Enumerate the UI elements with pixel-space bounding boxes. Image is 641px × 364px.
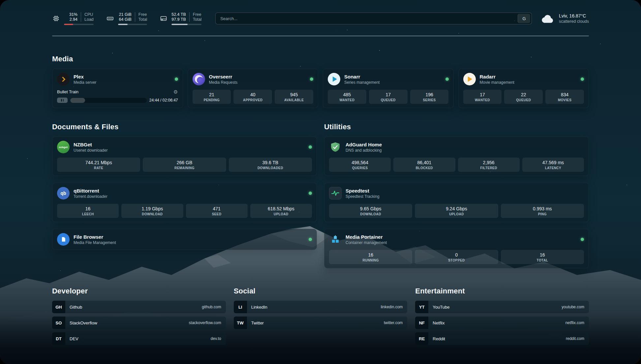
- play-arrow-icon: [468, 76, 472, 82]
- overseerr-icon[interactable]: [193, 73, 205, 85]
- bookmark-netflix[interactable]: NF Netflix netflix.com: [415, 317, 589, 329]
- radarr-card[interactable]: Radarr Movie management 17 WANTED 22 QUE…: [458, 69, 589, 108]
- stat-value: 0.993 ms: [502, 206, 583, 211]
- app-name: Sonarr: [344, 74, 380, 79]
- bookmark-name: StackOverflow: [65, 320, 97, 325]
- bookmarks-section: Developer GH Github github.com SO StackO…: [52, 287, 589, 345]
- stat-filtered: 2,956 FILTERED: [458, 158, 520, 172]
- stat-value: 22: [505, 92, 541, 97]
- system-widgets: 31% CPU 2.94 Load 21 G: [52, 12, 201, 25]
- qbittorrent-icon-text: qb: [60, 191, 66, 196]
- portainer-icon[interactable]: [329, 233, 342, 246]
- status-dot: [445, 77, 449, 81]
- stat-upload: 618.52 Mbps UPLOAD: [250, 204, 312, 218]
- speedtest-titles: Speedtest Speedtest Tracking: [346, 188, 380, 199]
- filebrowser-card[interactable]: File Browser Media File Management: [52, 229, 317, 250]
- radarr-icon[interactable]: [463, 73, 476, 85]
- portainer-titles: Media Portainer Container management: [346, 234, 387, 245]
- pause-button[interactable]: [57, 98, 68, 103]
- stat-value: 945: [276, 92, 312, 97]
- ram-progress-fill: [118, 24, 128, 25]
- stat-label: FILTERED: [459, 166, 518, 170]
- bookmark-dev[interactable]: DT DEV dev.to: [52, 332, 226, 345]
- search-engine-button[interactable]: G: [518, 14, 530, 23]
- ram-progress-bar: [118, 24, 147, 25]
- gear-icon[interactable]: ⚙: [173, 89, 178, 94]
- app-subtitle: Usenet downloader: [74, 148, 107, 153]
- plex-chevron-icon: [60, 76, 65, 82]
- adguard-card[interactable]: AdGuard Home DNS and adblocking 498,564 …: [324, 136, 589, 176]
- cpu-percent: 31%: [64, 12, 81, 17]
- disk-widget: 52.4 TB Free 97.9 TB Total: [160, 12, 201, 25]
- nzbget-card[interactable]: nzbget NZBGet Usenet downloader 744.21 M…: [52, 136, 317, 176]
- plex-card[interactable]: Plex Media server Bullet Train ⚙ 24:44 /…: [52, 69, 183, 108]
- sonarr-icon[interactable]: [328, 73, 340, 85]
- portainer-card[interactable]: Media Portainer Container management 16 …: [324, 229, 589, 268]
- stat-label: REMAINING: [144, 166, 225, 170]
- qbittorrent-icon[interactable]: qb: [57, 187, 70, 199]
- bookmark-name: LinkedIn: [247, 305, 267, 310]
- cpu-load-label: Load: [81, 17, 94, 22]
- stat-label: STOPPED: [416, 258, 497, 262]
- bookmark-twitter[interactable]: TW Twitter twitter.com: [234, 317, 408, 329]
- stat-queries: 498,564 QUERIES: [329, 158, 391, 172]
- stat-queued: 22 QUEUED: [504, 90, 543, 104]
- adguard-titles: AdGuard Home DNS and adblocking: [346, 142, 382, 153]
- qbittorrent-card[interactable]: qb qBittorrent Torrent downloader 16: [52, 183, 317, 222]
- bookmark-youtube[interactable]: YT YouTube youtube.com: [415, 301, 589, 313]
- speedtest-card[interactable]: Speedtest Speedtest Tracking 9.65 Gbps D…: [324, 183, 589, 222]
- stat-label: DOWNLOAD: [123, 212, 182, 216]
- bookmark-url: linkedin.com: [381, 305, 408, 309]
- playback-time: 24:44 / 02:06:47: [149, 98, 178, 103]
- app-name: Speedtest: [346, 188, 380, 194]
- bookmark-stackoverflow[interactable]: SO StackOverflow stackoverflow.com: [52, 317, 226, 329]
- stat-value: 39.6 TB: [230, 160, 311, 165]
- top-bar: 31% CPU 2.94 Load 21 G: [52, 9, 589, 28]
- disk-progress-fill: [171, 24, 188, 25]
- app-subtitle: Torrent downloader: [74, 194, 107, 199]
- speedtest-icon[interactable]: [329, 187, 342, 199]
- page-content: 31% CPU 2.94 Load 21 G: [0, 0, 641, 364]
- ram-widget: 21 GiB Free 64 GiB Total: [106, 12, 147, 25]
- disk-total: 97.9 TB: [171, 17, 190, 22]
- stat-movies: 834 MOVIES: [545, 90, 584, 104]
- sonarr-card[interactable]: Sonarr Series management 485 WANTED 17 Q…: [323, 69, 454, 108]
- stat-total: 16 TOTAL: [501, 250, 584, 264]
- bookmark-url: github.com: [202, 305, 226, 309]
- radarr-titles: Radarr Movie management: [480, 74, 514, 85]
- stat-wanted: 17 WANTED: [463, 90, 502, 104]
- stat-label: WANTED: [329, 98, 365, 102]
- sonarr-titles: Sonarr Series management: [344, 74, 380, 85]
- stat-label: WANTED: [465, 98, 501, 102]
- sonarr-stats: 485 WANTED 17 QUEUED 196 SERIES: [328, 90, 449, 104]
- playback-progress-fill: [70, 98, 85, 103]
- stat-value: 744.21 Mbps: [58, 160, 139, 165]
- app-name: File Browser: [74, 234, 116, 240]
- speedtest-stats: 9.65 Gbps DOWNLOAD 9.24 Gbps UPLOAD 0.99…: [329, 204, 584, 218]
- stat-available: 945 AVAILABLE: [275, 90, 313, 104]
- social-links: LI LinkedIn linkedin.com TW Twitter twit…: [234, 301, 408, 329]
- search-input[interactable]: [216, 13, 518, 24]
- nzbget-icon[interactable]: nzbget: [57, 141, 70, 153]
- stat-label: SERIES: [412, 98, 447, 102]
- bookmark-url: reddit.com: [566, 336, 589, 341]
- bookmark-github[interactable]: GH Github github.com: [52, 301, 226, 313]
- weather-condition: scattered clouds: [559, 19, 589, 24]
- adguard-icon[interactable]: [329, 141, 342, 153]
- cpu-load: 2.94: [64, 17, 81, 22]
- middle-columns: Documents & Files nzbget NZBGet Usenet d…: [52, 123, 589, 268]
- overseerr-card[interactable]: Overseerr Media Requests 21 PENDING 40 A…: [188, 69, 319, 108]
- bookmark-reddit[interactable]: RE Reddit reddit.com: [415, 332, 589, 345]
- dashboard-screen: 31% CPU 2.94 Load 21 G: [0, 0, 641, 364]
- stat-label: RATE: [58, 166, 139, 170]
- bookmark-url: dev.to: [211, 336, 226, 341]
- ram-readout: 21 GiB Free 64 GiB Total: [118, 12, 147, 25]
- filebrowser-icon[interactable]: [57, 233, 70, 246]
- developer-links: GH Github github.com SO StackOverflow st…: [52, 301, 226, 345]
- stat-value: 196: [412, 92, 447, 97]
- plex-icon[interactable]: [57, 73, 70, 85]
- ram-free-label: Free: [135, 12, 147, 17]
- app-subtitle: Speedtest Tracking: [346, 194, 380, 199]
- play-arrow-icon: [333, 76, 337, 82]
- bookmark-linkedin[interactable]: LI LinkedIn linkedin.com: [234, 301, 408, 313]
